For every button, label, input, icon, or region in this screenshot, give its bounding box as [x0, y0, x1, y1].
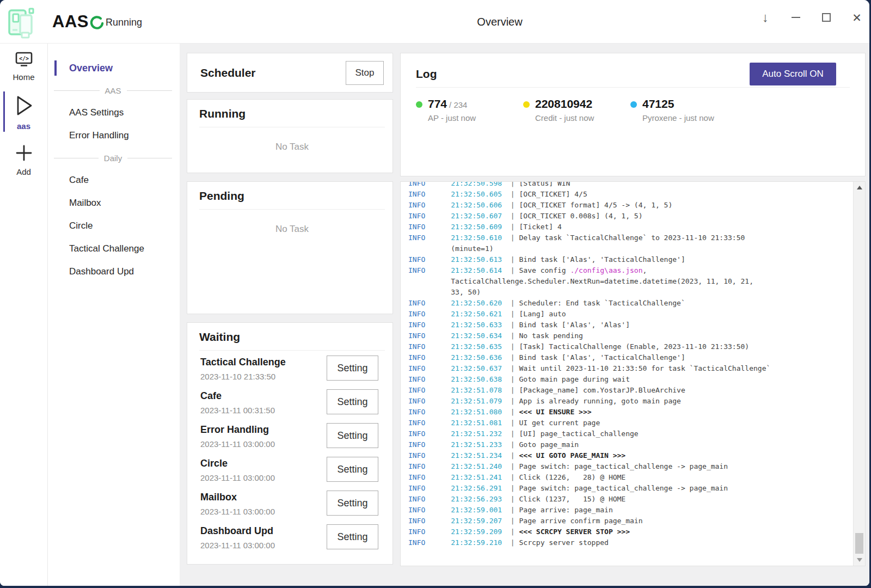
log-separator: |: [511, 299, 515, 307]
stat-pyroxene: 47125Pyroxene - just now: [630, 97, 738, 122]
setting-button[interactable]: Setting: [327, 389, 378, 414]
log-timestamp: 21:32:50.613: [451, 255, 502, 264]
log-message: Bind task ['Alas', 'Alas']: [519, 321, 630, 329]
log-level: INFO: [408, 190, 425, 198]
log-timestamp: 21:32:50.605: [451, 190, 502, 198]
nav-item-label: Circle: [69, 220, 93, 231]
update-download-button[interactable]: ↓: [757, 9, 774, 26]
divider-line: [54, 158, 99, 158]
app-window: AAS Running Overview ↓ ✕ </> Home: [0, 0, 869, 586]
setting-button[interactable]: Setting: [327, 356, 378, 381]
maximize-button[interactable]: [818, 9, 835, 26]
log-separator: |: [511, 353, 515, 362]
log-level: INFO: [408, 342, 425, 351]
log-level: INFO: [408, 473, 425, 481]
log-message: [Status] WIN: [519, 181, 571, 187]
stat-dot-icon: [416, 101, 422, 108]
log-level: INFO: [408, 321, 425, 329]
stat-label: Credit - just now: [535, 113, 594, 122]
setting-button[interactable]: Setting: [327, 524, 378, 549]
log-level: INFO: [408, 201, 425, 209]
log-separator: |: [511, 397, 515, 405]
rail-item-label: aas: [17, 121, 30, 131]
log-message: Bind task ['Alas', 'TacticalChallenge']: [519, 353, 685, 362]
log-separator: |: [511, 462, 515, 470]
log-separator: |: [511, 408, 515, 416]
log-scroll-area[interactable]: INFO 21:32:50.598 | [Status] WININFO 21:…: [400, 181, 866, 566]
active-indicator-bar: [54, 60, 57, 76]
log-line: INFO 21:32:50.621 | [Lang] auto: [408, 309, 841, 320]
log-separator: |: [511, 506, 515, 514]
log-level: INFO: [408, 538, 425, 547]
home-monitor-code-icon: </>: [15, 51, 33, 70]
log-separator: |: [511, 495, 515, 503]
log-message: Scheduler: End task `TacticalChallenge`: [519, 299, 685, 307]
waiting-task-time: 2023-11-11 03:00:00: [200, 473, 275, 482]
stop-button[interactable]: Stop: [346, 61, 384, 85]
waiting-item-error-handling: Error Handling2023-11-11 03:00:00Setting: [199, 423, 385, 457]
stat-value-row: 774/ 234: [428, 97, 476, 111]
close-button[interactable]: ✕: [849, 9, 865, 26]
nav-item-cafe[interactable]: Cafe: [48, 169, 180, 192]
log-timestamp: 21:32:51.079: [451, 397, 502, 405]
log-level: INFO: [408, 181, 425, 187]
log-separator: |: [511, 538, 515, 547]
log-line: INFO 21:32:50.606 | [OCR_TICKET format] …: [408, 200, 841, 211]
log-level: INFO: [408, 255, 425, 264]
scrollbar-thumb[interactable]: [855, 533, 863, 554]
log-timestamp: 21:32:51.234: [451, 451, 502, 460]
log-timestamp: 21:32:50.638: [451, 375, 502, 383]
rail-item-aas[interactable]: aas: [0, 87, 47, 136]
minimize-button[interactable]: [788, 9, 804, 26]
nav-item-dashboard-upd[interactable]: Dashboard Upd: [48, 260, 180, 283]
log-separator: |: [511, 332, 515, 340]
scheduler-status-text: Running: [106, 17, 142, 28]
nav-item-label: Tactical Challenge: [69, 243, 144, 254]
nav-item-mailbox[interactable]: Mailbox: [48, 192, 180, 215]
log-timestamp: 21:32:50.609: [451, 223, 502, 231]
log-message: <<< UI GOTO PAGE_MAIN >>>: [519, 451, 626, 460]
scroll-down-arrow-icon[interactable]: [854, 555, 866, 565]
log-line: INFO 21:32:59.001 | Page arrive: page_ma…: [408, 505, 841, 516]
log-line: INFO 21:32:50.634 | No task pending: [408, 330, 841, 341]
log-line: INFO 21:32:50.609 | [Ticket] 4: [408, 222, 841, 232]
log-timestamp: 21:32:51.078: [451, 386, 502, 394]
auto-scroll-toggle[interactable]: Auto Scroll ON: [750, 63, 836, 85]
waiting-item-mailbox: Mailbox2023-11-11 03:00:00Setting: [199, 491, 385, 524]
rail-item-add[interactable]: Add: [0, 136, 47, 182]
log-separator: |: [511, 430, 515, 438]
waiting-item-cafe: Cafe2023-11-11 00:31:50Setting: [199, 389, 385, 423]
log-separator: |: [511, 342, 515, 351]
log-timestamp: 21:32:59.001: [451, 506, 502, 514]
log-separator: |: [511, 223, 515, 231]
log-scrollbar[interactable]: [853, 182, 865, 566]
nav-item-aas-settings[interactable]: AAS Settings: [48, 101, 180, 124]
scroll-up-arrow-icon[interactable]: [854, 182, 866, 193]
nav-item-overview[interactable]: Overview: [48, 57, 180, 79]
log-separator: |: [511, 201, 515, 209]
log-line: INFO 21:32:51.240 | Page switch: page_ta…: [408, 461, 841, 472]
nav-item-circle[interactable]: Circle: [48, 215, 180, 237]
log-line: INFO 21:32:56.293 | Click (1237, 15) @ H…: [408, 494, 841, 505]
nav-item-tactical-challenge[interactable]: Tactical Challenge: [48, 237, 180, 260]
rail-item-home[interactable]: </> Home: [0, 44, 47, 87]
stat-extra: / 234: [449, 100, 467, 109]
stat-label: AP - just now: [428, 113, 476, 122]
running-spinner-icon: [89, 15, 105, 33]
nav-item-error-handling[interactable]: Error Handling: [48, 124, 180, 147]
log-message: [OCR_TICKET format] 4/5 -> (4, 1, 5): [519, 201, 673, 209]
log-message: <<< SCRCPY SERVER STOP >>>: [519, 528, 630, 536]
log-timestamp: 21:32:50.607: [451, 212, 502, 220]
log-timestamp: 21:32:50.610: [451, 234, 502, 242]
log-timestamp: 21:32:59.210: [451, 538, 502, 547]
setting-button[interactable]: Setting: [327, 423, 378, 448]
setting-button[interactable]: Setting: [327, 457, 378, 482]
nav-item-label: Cafe: [69, 175, 89, 186]
log-timestamp: 21:32:59.207: [451, 517, 502, 525]
setting-button[interactable]: Setting: [327, 491, 378, 516]
log-line: INFO 21:32:50.637 | Wait until 2023-11-1…: [408, 363, 841, 374]
log-separator: |: [511, 234, 515, 242]
log-line: INFO 21:32:50.620 | Scheduler: End task …: [408, 298, 841, 309]
log-timestamp: 21:32:51.080: [451, 408, 502, 416]
log-level: INFO: [408, 353, 425, 362]
